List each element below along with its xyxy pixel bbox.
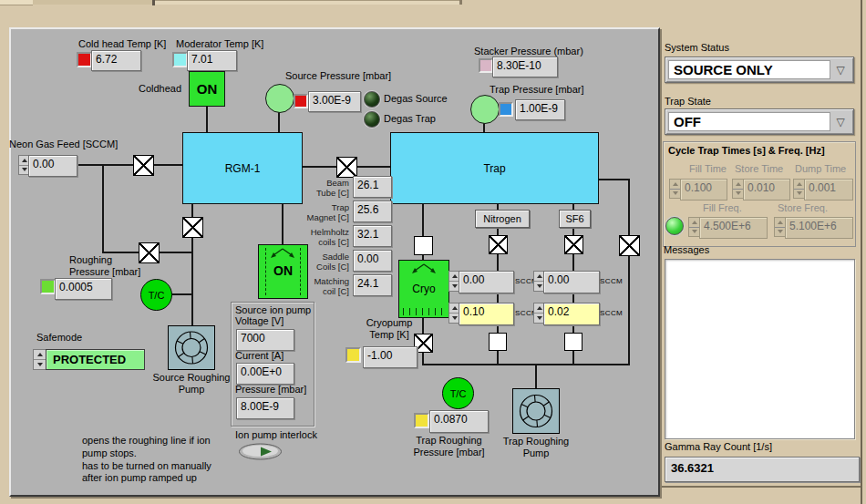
control-panel-window: Cold head Temp [K] Moderator Temp [K] 6.… — [0, 0, 866, 504]
trap-roughing-pressure-label: Trap Roughing Pressure [mbar] — [410, 435, 488, 458]
trap-state-value[interactable]: OFF — [668, 112, 830, 131]
pipe — [628, 180, 630, 365]
cryo-arrows-icon — [406, 262, 442, 274]
sf6-setpoint-value[interactable]: 0.00 — [543, 271, 600, 293]
degas-trap-led-button[interactable] — [364, 111, 380, 128]
gamma-count-value: 36.6321 — [665, 457, 860, 482]
fill-freq-value[interactable]: 4.500E+6 — [699, 217, 768, 239]
neon-line-valve-icon[interactable] — [133, 155, 154, 176]
cryo-comb-icon — [403, 308, 445, 315]
roughing-pressure-value: 0.0005 — [55, 278, 112, 300]
safemode-label: Safemode — [36, 332, 82, 344]
window-edge — [660, 486, 861, 488]
safemode-stepper[interactable] — [33, 349, 46, 370]
store-freq-value[interactable]: 5.100E+6 — [785, 217, 853, 239]
sf6-bottom-valve-icon[interactable] — [564, 333, 582, 351]
ion-pump-current-label: Current [A] — [235, 350, 284, 362]
trap-magnet-temp-value: 25.6 — [353, 201, 392, 222]
cryo-pump-button[interactable]: Cryo — [398, 260, 449, 318]
system-status-dropdown[interactable]: SOURCE ONLY ▽ — [665, 57, 854, 83]
source-pressure-value: 3.00E-9 — [308, 91, 361, 112]
trap-roughing-pump-label: Trap Roughing Pump — [492, 436, 580, 459]
degas-source-label: Degas Source — [384, 93, 448, 105]
window-tab-strip — [33, 0, 153, 5]
fill-time-value[interactable]: 0.100 — [680, 179, 727, 201]
nitrogen-button[interactable]: Nitrogen — [475, 210, 530, 228]
nitrogen-setpoint-value[interactable]: 0.00 — [459, 271, 514, 293]
chevron-down-icon[interactable]: ▽ — [831, 60, 850, 79]
trap-state-label: Trap State — [665, 96, 711, 108]
fill-freq-label: Fill Freq. — [703, 202, 742, 214]
source-roughing-pump-icon — [168, 325, 215, 370]
ion-pump-pressure-value: 8.00E-9 — [236, 397, 294, 419]
store-time-value[interactable]: 0.010 — [743, 179, 790, 201]
system-status-value[interactable]: SOURCE ONLY — [668, 60, 830, 79]
rgm1-roughing-valve-icon[interactable] — [182, 217, 203, 238]
stacker-pressure-led-icon — [479, 58, 493, 73]
messages-box[interactable] — [665, 259, 855, 439]
neon-gas-feed-label: Neon Gas Feed [SCCM] — [9, 139, 118, 150]
pipe — [72, 164, 182, 166]
ion-pump-state: ON — [259, 263, 307, 278]
trap-chamber: Trap — [390, 132, 599, 204]
moderator-temp-label: Moderator Temp [K] — [176, 38, 263, 50]
ion-pump-voltage-value: 7000 — [236, 329, 294, 351]
messages-label: Messages — [664, 244, 709, 256]
window-tab-divider — [459, 0, 462, 5]
sf6-flow-value[interactable]: 0.02 — [543, 303, 600, 325]
trap-pressure-value: 1.00E-9 — [515, 99, 565, 120]
sf6-button[interactable]: SF6 — [559, 210, 591, 228]
pipe — [206, 107, 208, 132]
dump-time-value[interactable]: 0.001 — [804, 179, 853, 201]
stacker-pressure-value: 8.30E-10 — [492, 57, 558, 77]
ion-pump-interlock-switch[interactable] — [238, 443, 283, 460]
store-freq-label: Store Freq. — [778, 202, 828, 214]
interlock-note: opens the roughing line if ion pump stop… — [82, 435, 211, 485]
cold-head-led-icon — [77, 52, 92, 67]
cold-head-temp-label: Cold head Temp [K] — [78, 38, 166, 50]
trap-pressure-label: Trap Pressure [mbar] — [490, 84, 584, 96]
trap-tc-gauge: T/C — [442, 377, 474, 409]
trap-state-dropdown[interactable]: OFF ▽ — [665, 108, 854, 135]
ion-pump-interlock-label: Ion pump interlock — [235, 429, 317, 441]
pipe — [170, 293, 192, 295]
pipe — [597, 179, 630, 180]
roughing-line-valve-icon[interactable] — [139, 242, 160, 263]
window-edge — [861, 0, 862, 504]
coldhead-on-button[interactable]: ON — [189, 71, 225, 107]
sf6-setpoint-unit: SCCM — [600, 277, 623, 286]
gamma-count-label: Gamma Ray Count [1/s] — [665, 441, 772, 453]
nitrogen-valve-icon[interactable] — [489, 235, 508, 254]
trap-right-valve-icon[interactable] — [619, 235, 640, 256]
degas-source-led-button[interactable] — [364, 91, 380, 108]
pipe — [278, 111, 280, 132]
neon-gas-feed-value[interactable]: 0.00 — [28, 155, 77, 177]
cryo-top-valve-icon[interactable] — [414, 236, 433, 255]
ion-pump-arrows-icon — [264, 247, 301, 259]
fill-time-label: Fill Time — [689, 163, 727, 175]
beam-tube-temp-value: 26.1 — [353, 176, 392, 198]
dump-time-label: Dump Time — [795, 163, 846, 175]
sf6-valve-icon[interactable] — [564, 235, 583, 254]
cryo-label: Cryo — [399, 283, 448, 295]
source-ion-pump-on-button[interactable]: ON — [258, 244, 308, 299]
safemode-state[interactable]: PROTECTED — [46, 349, 145, 370]
source-pressure-gauge-icon — [265, 84, 294, 113]
trap-roughing-led-icon — [414, 413, 429, 428]
system-status-label: System Status — [665, 42, 729, 54]
trap-pressure-led-icon — [499, 102, 513, 117]
cold-head-temp-value: 6.72 — [91, 50, 141, 71]
cryopump-temp-label: Cryopump Temp [K] — [361, 317, 418, 341]
cryopump-temp-value: -1.00 — [363, 346, 418, 368]
sf6-flow-unit: SCCM — [600, 309, 623, 318]
nitrogen-bottom-valve-icon[interactable] — [489, 333, 507, 351]
chevron-down-icon[interactable]: ▽ — [831, 112, 850, 131]
nitrogen-flow-value[interactable]: 0.10 — [459, 303, 514, 325]
window-tab-strip — [0, 0, 33, 5]
store-time-label: Store Time — [735, 163, 783, 175]
rgm1-chamber: RGM-1 — [182, 132, 303, 204]
window-tab-strip — [155, 0, 460, 5]
rgm1-trap-valve-icon[interactable] — [336, 157, 357, 178]
pipe — [535, 364, 537, 389]
cycle-trap-title: Cycle Trap Times [s] & Freq. [Hz] — [668, 145, 825, 157]
